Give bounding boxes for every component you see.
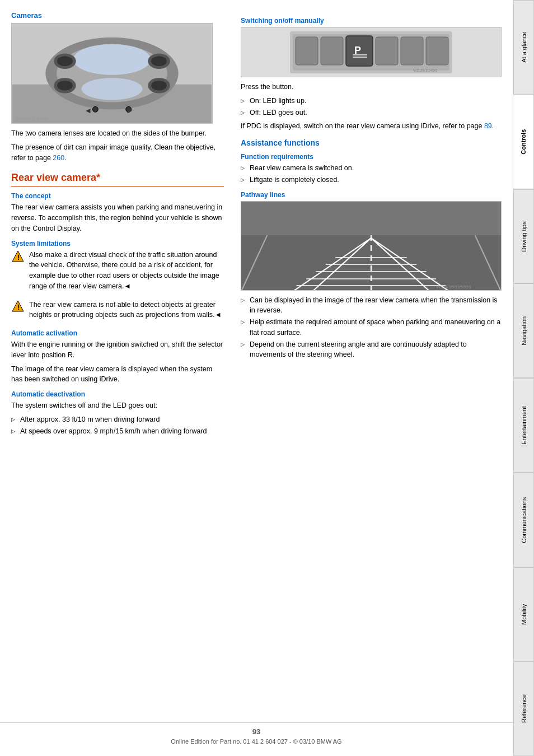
svg-point-4 bbox=[73, 44, 151, 75]
right-column: Switching on/off manually P bbox=[241, 11, 502, 745]
warning-icon-2: ! bbox=[11, 300, 25, 313]
pathway-lines-image: W20-35035001 bbox=[241, 201, 502, 291]
svg-point-5 bbox=[82, 78, 143, 100]
cameras-page-link[interactable]: 260 bbox=[53, 154, 64, 162]
auto-activation-heading: Automatic activation bbox=[11, 329, 224, 337]
concept-text: The rear view camera assists you when pa… bbox=[11, 202, 224, 234]
svg-text:P: P bbox=[354, 45, 361, 56]
concept-heading: The concept bbox=[11, 192, 224, 200]
pathway-bullet-3: Depend on the current steering angle and… bbox=[241, 339, 502, 361]
sidebar-tab-communications[interactable]: Communications bbox=[513, 473, 534, 567]
warning-block-1: ! Also make a direct visual check of the… bbox=[11, 250, 224, 295]
svg-point-11 bbox=[151, 56, 167, 66]
req-bullet-2: Liftgate is completely closed. bbox=[241, 175, 502, 185]
cameras-desc1: The two camera lenses are located on the… bbox=[11, 128, 224, 139]
pathway-lines-heading: Pathway lines bbox=[241, 191, 502, 199]
svg-text:W21B-1C4D6: W21B-1C4D6 bbox=[413, 68, 437, 72]
page-number: 93 bbox=[0, 727, 513, 736]
sidebar-tab-navigation[interactable]: Navigation bbox=[513, 283, 534, 378]
system-limitations-heading: System limitations bbox=[11, 240, 224, 248]
svg-point-14 bbox=[92, 106, 98, 112]
pathway-bullet-1: Can be displayed in the image of the rea… bbox=[241, 295, 502, 316]
button-panel-svg: P W21B-1C4D6 bbox=[290, 31, 452, 73]
warning-icon-1: ! bbox=[11, 250, 25, 263]
sidebar: At a glance Controls Driving tips Naviga… bbox=[513, 0, 534, 756]
page-footer: 93 Online Edition for Part no. 01 41 2 6… bbox=[0, 722, 513, 745]
assistance-section: Assistance functions Function requiremen… bbox=[241, 138, 502, 360]
cameras-desc2: The presence of dirt can impair image qu… bbox=[11, 142, 224, 164]
switch-section: Switching on/off manually P bbox=[241, 17, 502, 132]
led-list: On: LED lights up. Off: LED goes out. bbox=[241, 96, 502, 118]
sidebar-tab-controls[interactable]: Controls bbox=[513, 95, 534, 189]
off-led: Off: LED goes out. bbox=[241, 108, 502, 118]
sidebar-tab-at-a-glance[interactable]: At a glance bbox=[513, 0, 534, 95]
svg-rect-36 bbox=[241, 235, 501, 291]
svg-rect-31 bbox=[376, 37, 398, 65]
pathway-svg: W20-35035001 bbox=[241, 202, 501, 291]
button-panel-image: P W21B-1C4D6 bbox=[241, 27, 502, 77]
auto-deactivation-list: After approx. 33 ft/10 m when driving fo… bbox=[11, 414, 224, 437]
svg-point-7 bbox=[57, 56, 73, 66]
left-column: Cameras bbox=[11, 11, 224, 745]
cameras-section: Cameras bbox=[11, 11, 224, 163]
sidebar-tab-reference[interactable]: Reference bbox=[513, 661, 534, 756]
pdc-page-link[interactable]: 89 bbox=[484, 122, 492, 130]
svg-text:◄: ◄ bbox=[85, 106, 92, 115]
pathway-bullet-2: Help estimate the required amount of spa… bbox=[241, 317, 502, 338]
rear-view-heading: Rear view camera* bbox=[11, 172, 224, 186]
deactivation-bullet-1: After approx. 33 ft/10 m when driving fo… bbox=[11, 414, 224, 425]
svg-text:©BMW / F-BMW: ©BMW / F-BMW bbox=[15, 116, 48, 122]
sidebar-tab-entertainment[interactable]: Entertainment bbox=[513, 378, 534, 473]
svg-point-9 bbox=[57, 81, 73, 91]
sidebar-tab-mobility[interactable]: Mobility bbox=[513, 567, 534, 662]
rear-view-section: Rear view camera* The concept The rear v… bbox=[11, 172, 224, 436]
svg-rect-32 bbox=[401, 37, 423, 65]
svg-rect-33 bbox=[426, 37, 448, 65]
warning-text-1: Also make a direct visual check of the t… bbox=[29, 250, 224, 292]
deactivation-bullet-2: At speeds over approx. 9 mph/15 km/h whe… bbox=[11, 426, 224, 437]
car-diagram-svg: ◄ ► ©BMW / F-BMW bbox=[12, 24, 212, 123]
warning-text-2: The rear view camera is not able to dete… bbox=[29, 300, 224, 321]
svg-text:!: ! bbox=[17, 254, 20, 262]
auto-activation-text2: The image of the rear view camera is dis… bbox=[11, 364, 224, 385]
function-requirements-heading: Function requirements bbox=[241, 153, 502, 161]
assistance-functions-heading: Assistance functions bbox=[241, 138, 502, 147]
warning-block-2: ! The rear view camera is not able to de… bbox=[11, 300, 224, 324]
svg-rect-26 bbox=[321, 37, 343, 65]
auto-deactivation-intro: The system switches off and the LED goes… bbox=[11, 400, 224, 411]
svg-text:W20-35035001: W20-35035001 bbox=[436, 284, 472, 289]
svg-rect-35 bbox=[241, 202, 501, 235]
sidebar-tab-driving-tips[interactable]: Driving tips bbox=[513, 189, 534, 284]
svg-text:!: ! bbox=[17, 304, 20, 311]
svg-point-13 bbox=[151, 81, 167, 91]
press-button-text: Press the button. bbox=[241, 82, 502, 92]
req-bullet-1: Rear view camera is switched on. bbox=[241, 163, 502, 174]
pdc-note: If PDC is displayed, switch on the rear … bbox=[241, 121, 502, 132]
cameras-image: ◄ ► ©BMW / F-BMW bbox=[11, 23, 213, 124]
auto-deactivation-heading: Automatic deactivation bbox=[11, 390, 224, 398]
svg-text:►: ► bbox=[126, 106, 134, 115]
on-led: On: LED lights up. bbox=[241, 96, 502, 106]
copyright-text: Online Edition for Part no. 01 41 2 604 … bbox=[171, 738, 341, 745]
function-requirements-list: Rear view camera is switched on. Liftgat… bbox=[241, 163, 502, 185]
cameras-heading: Cameras bbox=[11, 11, 224, 20]
switch-on-off-heading: Switching on/off manually bbox=[241, 17, 502, 25]
pathway-bullets: Can be displayed in the image of the rea… bbox=[241, 295, 502, 361]
svg-rect-25 bbox=[296, 37, 318, 65]
auto-activation-text1: With the engine running or the ignition … bbox=[11, 339, 224, 361]
